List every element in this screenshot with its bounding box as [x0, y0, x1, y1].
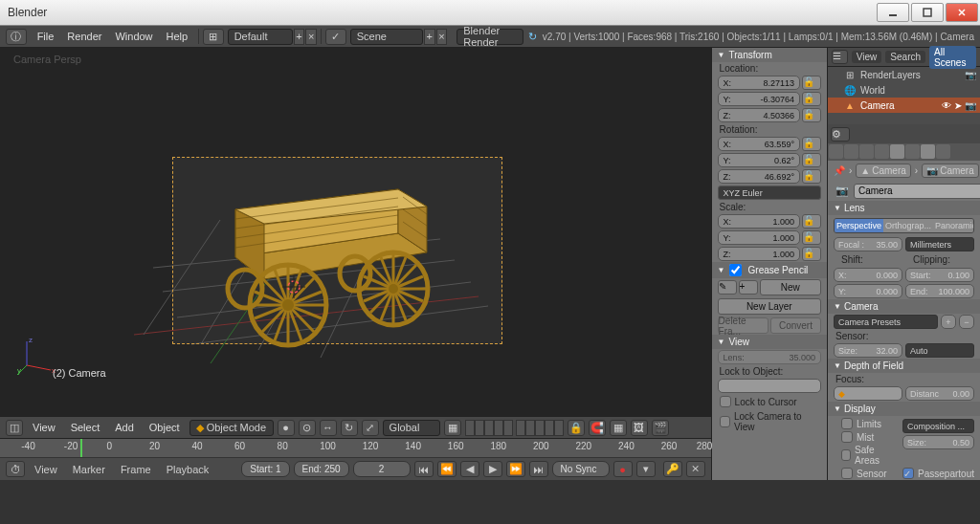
- tab-render[interactable]: [829, 144, 843, 159]
- layer-buttons[interactable]: [465, 420, 564, 436]
- preset-remove-button[interactable]: −: [959, 315, 974, 329]
- focus-distance-field[interactable]: Distanc0.00: [905, 386, 974, 401]
- frame-current-field[interactable]: 2: [353, 461, 411, 477]
- menu-add[interactable]: Add: [109, 422, 140, 433]
- loc-z-field[interactable]: Z:4.50366: [718, 108, 800, 122]
- scale-z-field[interactable]: Z:1.000: [718, 247, 800, 261]
- focal-length-field[interactable]: Focal :35.00: [834, 237, 902, 251]
- key-insert-icon[interactable]: 🔑: [663, 461, 682, 477]
- preset-add-button[interactable]: +: [941, 315, 956, 329]
- editor-type-properties-icon[interactable]: ⚙: [831, 127, 850, 142]
- jump-start-icon[interactable]: ⏮: [414, 461, 434, 477]
- orientation-dropdown[interactable]: Global: [383, 420, 440, 436]
- pivot-icon[interactable]: ⊙: [299, 420, 316, 436]
- panel-transform-header[interactable]: Transform: [712, 48, 827, 62]
- update-icon[interactable]: ↻: [528, 31, 537, 43]
- lock-icon[interactable]: 🔓: [802, 169, 821, 184]
- lens-panel-header[interactable]: Lens: [828, 201, 980, 215]
- camera-data-icon[interactable]: 📷: [834, 183, 851, 199]
- keyset-icon[interactable]: ▾: [636, 461, 656, 477]
- gp-add-icon[interactable]: +: [739, 280, 758, 295]
- pin-icon[interactable]: 📌: [834, 165, 845, 176]
- snap-type-icon[interactable]: ▦: [610, 420, 627, 436]
- safe-areas-checkbox[interactable]: Safe Areas: [834, 444, 900, 467]
- gp-delete-frame-button[interactable]: Delete Fra...: [718, 317, 768, 334]
- sensor-size-field[interactable]: Size:32.00: [834, 343, 902, 358]
- lens-pano[interactable]: Panoramic: [933, 219, 974, 232]
- shift-x-field[interactable]: X:0.000: [834, 268, 902, 282]
- lock-icon[interactable]: 🔓: [802, 108, 821, 122]
- screen-browse-icon[interactable]: ⊞: [203, 29, 224, 45]
- clip-start-field[interactable]: Start:0.100: [905, 268, 974, 282]
- lock-to-cursor-checkbox[interactable]: Lock to Cursor: [712, 394, 827, 409]
- sensor-fit-dropdown[interactable]: Auto: [905, 343, 974, 358]
- layers-button-1[interactable]: ▦: [444, 420, 461, 436]
- tl-menu-marker[interactable]: Marker: [67, 464, 111, 475]
- lens-unit-dropdown[interactable]: Millimeters: [905, 237, 974, 251]
- bc-object[interactable]: ▲ Camera: [856, 164, 910, 178]
- key-delete-icon[interactable]: ⨯: [686, 461, 705, 477]
- scene-delete-button[interactable]: ×: [436, 29, 448, 45]
- tab-physics[interactable]: [936, 144, 950, 159]
- shading-solid-icon[interactable]: ●: [278, 420, 295, 436]
- outliner-tab-view[interactable]: View: [852, 51, 882, 63]
- screen-add-button[interactable]: +: [294, 29, 305, 45]
- frame-start-field[interactable]: Start: 1: [241, 461, 289, 477]
- gp-pencil-icon[interactable]: ✎: [718, 280, 737, 295]
- lock-camera-checkbox[interactable]: Lock Camera to View: [712, 409, 827, 434]
- lock-icon[interactable]: 🔓: [802, 230, 821, 245]
- lens-ortho[interactable]: Orthograp...: [883, 219, 933, 232]
- manipulator-scale-icon[interactable]: ⤢: [362, 420, 379, 436]
- scene-add-button[interactable]: +: [424, 29, 435, 45]
- gp-new-button[interactable]: New: [760, 279, 821, 295]
- menu-help[interactable]: Help: [160, 31, 195, 42]
- rot-x-field[interactable]: X:63.559°: [718, 137, 800, 151]
- tl-menu-view[interactable]: View: [29, 464, 63, 475]
- timeline-ruler[interactable]: -40 -20 0 20 40 60 80 100 120 140 160 18…: [0, 439, 711, 458]
- mist-checkbox[interactable]: Mist: [834, 430, 900, 444]
- manipulator-rotate-icon[interactable]: ↻: [341, 420, 358, 436]
- outliner-tab-search[interactable]: Search: [885, 51, 925, 63]
- lock-icon[interactable]: 🔓: [802, 92, 821, 106]
- focus-object-field[interactable]: ◆: [834, 386, 902, 401]
- gp-convert-button[interactable]: Convert: [770, 317, 821, 334]
- screen-layout-dropdown[interactable]: Default: [228, 29, 293, 45]
- close-button[interactable]: [946, 3, 978, 22]
- render-engine-dropdown[interactable]: Blender Render: [457, 29, 523, 45]
- tab-world[interactable]: [875, 144, 889, 159]
- lock-icon[interactable]: 🔓: [802, 76, 821, 90]
- keyframe-prev-icon[interactable]: ⏪: [437, 461, 457, 477]
- shift-y-field[interactable]: Y:0.000: [834, 284, 902, 298]
- lens-type-toggle[interactable]: Perspective Orthograp... Panoramic: [834, 218, 974, 233]
- frame-end-field[interactable]: End: 250: [294, 461, 349, 477]
- datablock-name-input[interactable]: [854, 184, 980, 199]
- play-reverse-icon[interactable]: ◀: [460, 461, 479, 477]
- lock-icon[interactable]: 🔓: [802, 214, 821, 229]
- passepartout-checkbox[interactable]: ✓Passepartout: [902, 467, 974, 480]
- scene-browse-icon[interactable]: ✓: [325, 29, 346, 45]
- loc-x-field[interactable]: X:8.27113: [718, 76, 800, 90]
- lock-layers-icon[interactable]: 🔒: [568, 420, 585, 436]
- scale-x-field[interactable]: X:1.000: [718, 214, 800, 229]
- camera-panel-header[interactable]: Camera: [828, 299, 980, 314]
- jump-end-icon[interactable]: ⏭: [529, 461, 548, 477]
- dof-panel-header[interactable]: Depth of Field: [828, 359, 980, 373]
- tab-layers[interactable]: [844, 144, 858, 159]
- render-anim-icon[interactable]: 🎬: [652, 420, 669, 436]
- scale-y-field[interactable]: Y:1.000: [718, 230, 800, 245]
- lock-icon[interactable]: 🔓: [802, 137, 821, 151]
- editor-type-selector[interactable]: ⓘ: [6, 29, 27, 45]
- editor-type-timeline-icon[interactable]: ⏱: [6, 461, 25, 477]
- screen-delete-button[interactable]: ×: [305, 29, 317, 45]
- menu-view[interactable]: View: [27, 422, 61, 433]
- display-panel-header[interactable]: Display: [828, 402, 980, 416]
- menu-file[interactable]: File: [31, 31, 61, 42]
- lock-object-field[interactable]: [718, 379, 821, 393]
- 3d-viewport[interactable]: Camera Persp: [0, 48, 711, 438]
- outliner-item-renderlayers[interactable]: ⊞RenderLayers📷: [828, 67, 980, 82]
- keyframe-next-icon[interactable]: ⏩: [506, 461, 525, 477]
- clip-end-field[interactable]: End:100.000: [905, 284, 974, 298]
- gp-new-layer-button[interactable]: New Layer: [718, 298, 821, 315]
- auto-key-icon[interactable]: ●: [613, 461, 633, 477]
- outliner-tab-all[interactable]: All Scenes: [929, 46, 976, 69]
